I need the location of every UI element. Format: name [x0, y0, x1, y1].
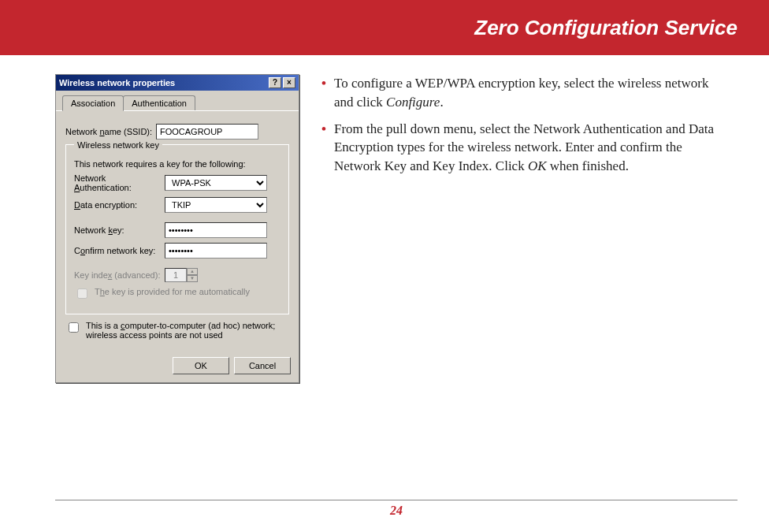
- bullet-icon: •: [321, 74, 326, 112]
- group-legend: Wireless network key: [74, 140, 162, 150]
- bullet-item: • From the pull down menu, select the Ne…: [321, 120, 714, 176]
- adhoc-label: This is a computer-to-computer (ad hoc) …: [86, 321, 289, 340]
- adhoc-checkbox[interactable]: [69, 322, 79, 333]
- cancel-button[interactable]: Cancel: [234, 357, 291, 374]
- page-footer: 24: [55, 500, 737, 518]
- tab-association[interactable]: Association: [62, 95, 124, 111]
- ssid-label: Network name (SSID):: [65, 127, 156, 136]
- group-description: This network requires a key for the foll…: [74, 159, 280, 169]
- ok-button[interactable]: OK: [173, 357, 229, 374]
- wireless-key-group: Wireless network key This network requir…: [65, 144, 289, 314]
- dialog-title: Wireless network properties: [59, 78, 175, 87]
- confirm-key-input[interactable]: [165, 243, 267, 259]
- page-title: Zero Configuration Service: [474, 16, 737, 40]
- page-number: 24: [390, 504, 403, 517]
- stepper-down-icon: ▼: [187, 275, 198, 282]
- ssid-input[interactable]: [156, 124, 258, 140]
- key-index-label: Key index (advanced):: [74, 270, 165, 280]
- dialog-body: Network name (SSID): Wireless network ke…: [56, 111, 299, 352]
- bullet-item: • To configure a WEP/WPA encryption key,…: [321, 74, 714, 112]
- network-authentication-select[interactable]: WPA-PSK: [165, 175, 267, 191]
- network-key-label: Network key:: [74, 225, 165, 235]
- content-area: Wireless network properties ? × Associat…: [0, 55, 769, 383]
- tab-authentication[interactable]: Authentication: [123, 95, 195, 110]
- auto-key-checkbox: [77, 288, 87, 299]
- dialog-screenshot: Wireless network properties ? × Associat…: [55, 74, 307, 383]
- close-icon[interactable]: ×: [283, 77, 295, 88]
- key-index-stepper: ▲▼: [165, 268, 198, 282]
- confirm-key-label: Confirm network key:: [74, 246, 165, 255]
- dialog-titlebar: Wireless network properties ? ×: [56, 75, 299, 91]
- stepper-up-icon: ▲: [187, 268, 198, 275]
- tab-strip: Association Authentication: [56, 91, 299, 111]
- bullet-icon: •: [321, 120, 326, 176]
- encryption-label: Data encryption:: [74, 200, 165, 210]
- data-encryption-select[interactable]: TKIP: [165, 197, 267, 213]
- instruction-text: • To configure a WEP/WPA encryption key,…: [321, 74, 745, 383]
- wireless-properties-dialog: Wireless network properties ? × Associat…: [55, 74, 299, 383]
- header-banner: Zero Configuration Service: [0, 0, 769, 55]
- auto-key-label: The key is provided for me automatically: [95, 287, 250, 296]
- key-index-input: [165, 268, 187, 282]
- network-key-input[interactable]: [165, 222, 267, 238]
- auth-label: Network Authentication:: [74, 173, 165, 192]
- help-icon[interactable]: ?: [269, 77, 281, 88]
